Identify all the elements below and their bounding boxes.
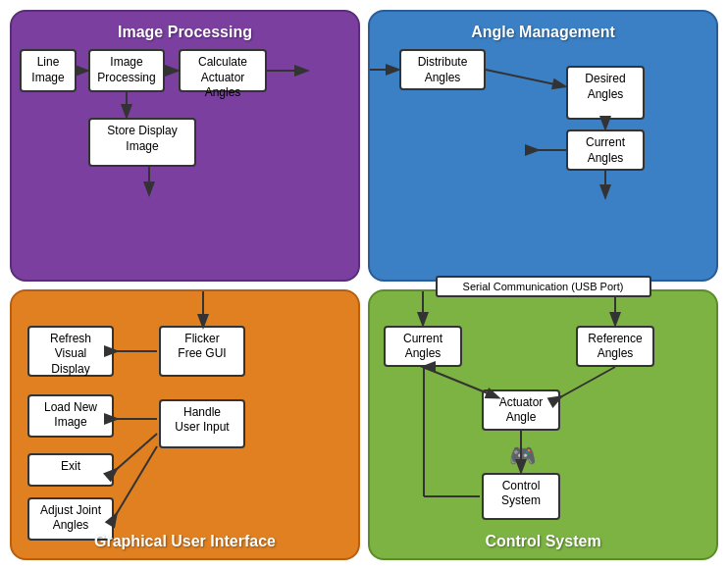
box-reference-angles: ReferenceAngles — [576, 326, 654, 367]
box-refresh-visual-display: Refresh VisualDisplay — [27, 326, 114, 377]
svg-line-13 — [116, 446, 157, 515]
box-image-processing: ImageProcessing — [88, 49, 165, 92]
box-flicker-free-gui: FlickerFree GUI — [159, 326, 245, 377]
image-processing-title: Image Processing — [24, 24, 346, 41]
cs-panel-title: Control System — [370, 533, 716, 550]
svg-line-5 — [486, 70, 564, 86]
gui-panel-title: Graphical User Interface — [12, 533, 358, 550]
box-distribute-angles: DistributeAngles — [399, 49, 486, 90]
box-current-angles-am: CurrentAngles — [566, 130, 645, 171]
main-container: Image Processing LineImage ImageProcessi… — [0, 0, 728, 570]
panel-image-processing: Image Processing LineImage ImageProcessi… — [10, 10, 360, 282]
box-current-angles-cs: CurrentAngles — [384, 326, 462, 367]
box-desired-angles: DesiredAngles — [566, 66, 645, 120]
panel-control-system: CurrentAngles ReferenceAngles ActuatorAn… — [368, 289, 718, 561]
box-actuator-angle: ActuatorAngle — [482, 389, 560, 431]
panel-gui: Refresh VisualDisplay FlickerFree GUI Lo… — [10, 289, 360, 561]
svg-line-12 — [116, 434, 157, 470]
box-load-new-image: Load NewImage — [27, 394, 114, 438]
controller-icon: 🎮 — [501, 441, 543, 471]
box-exit: Exit — [27, 453, 114, 487]
serial-comm-bar: Serial Communication (USB Port) — [436, 276, 651, 297]
box-line-image: LineImage — [20, 49, 77, 92]
box-control-system: ControlSystem — [482, 473, 560, 520]
angle-management-title: Angle Management — [382, 24, 704, 41]
box-store-display-image: Store DisplayImage — [88, 118, 196, 167]
box-calculate-actuator-angles: CalculateActuator Angles — [179, 49, 267, 92]
box-handle-user-input: HandleUser Input — [159, 399, 245, 448]
panel-angle-management: Angle Management DistributeAngles Desire… — [368, 10, 718, 282]
svg-line-16 — [560, 367, 615, 397]
